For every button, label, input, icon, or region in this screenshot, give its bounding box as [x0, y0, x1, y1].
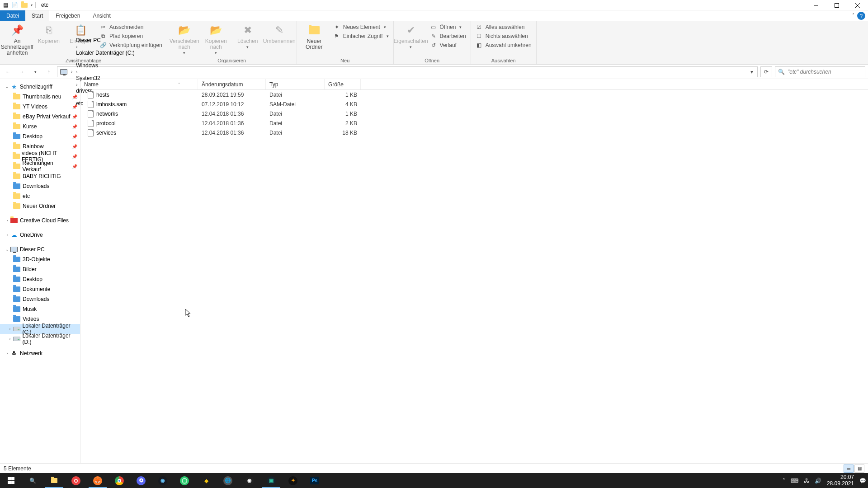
breadcrumb-segment[interactable]: Lokaler Datenträger (C:) [74, 50, 136, 56]
obs-taskbar[interactable]: ◉ [239, 473, 260, 488]
refresh-button[interactable]: ⟳ [760, 66, 772, 77]
history-button[interactable]: ↺Verlauf [429, 41, 467, 49]
back-button[interactable]: ← [3, 66, 14, 77]
file-row[interactable]: networks12.04.2018 01:36Datei1 KB [80, 109, 868, 118]
select-all-button[interactable]: ☑Alles auswählen [475, 23, 533, 31]
address-bar[interactable]: › Dieser PC›Lokaler Datenträger (C:)›Win… [57, 66, 758, 77]
sidebar-item[interactable]: 3D-Objekte [0, 254, 80, 264]
edit-button[interactable]: ✎Bearbeiten [429, 32, 467, 40]
collapse-ribbon-icon[interactable]: ˄ [852, 13, 854, 18]
breadcrumb-segment[interactable]: Windows [74, 62, 136, 69]
column-header-type[interactable]: Typ [266, 79, 325, 89]
pin-quick-access-button[interactable]: 📌 An Schnellzugriff anheften [4, 23, 31, 56]
easy-access-button[interactable]: ⚑Einfacher Zugriff▾ [332, 32, 390, 40]
tray-keyboard-icon[interactable]: ⌨ [791, 478, 798, 484]
recent-locations-button[interactable]: ▾ [30, 66, 41, 77]
open-button[interactable]: ▭Öffnen▾ [429, 23, 467, 31]
sidebar-item[interactable]: Bilder [0, 264, 80, 274]
streamlabs-taskbar[interactable]: ▣ [260, 473, 282, 488]
large-icons-view-button[interactable]: ▦ [854, 465, 864, 473]
chevron-right-icon[interactable]: › [74, 57, 79, 62]
new-item-button[interactable]: ✦Neues Element▾ [332, 23, 390, 31]
sidebar-item[interactable]: Desktop📌 [0, 131, 80, 141]
sidebar-item[interactable]: Dokumente [0, 284, 80, 294]
delete-button[interactable]: ✖Löschen [234, 23, 261, 50]
expand-icon[interactable]: ⌄ [5, 84, 10, 89]
expand-icon[interactable]: › [5, 218, 10, 223]
expand-icon[interactable]: › [7, 327, 13, 331]
davinci-taskbar[interactable]: ✦ [282, 473, 304, 488]
expand-icon[interactable]: › [5, 233, 10, 237]
file-rows[interactable]: hosts28.09.2021 19:59Datei1 KBlmhosts.sa… [80, 90, 868, 463]
sidebar-item[interactable]: Musik [0, 304, 80, 314]
file-row[interactable]: lmhosts.sam07.12.2019 10:12SAM-Datei4 KB [80, 99, 868, 109]
tab-file[interactable]: Datei [0, 10, 25, 21]
nav-sidebar[interactable]: ⌄ ★ Schnellzugriff Thumbnails neu📌YT Vid… [0, 79, 80, 463]
sidebar-item[interactable]: Downloads [0, 294, 80, 304]
search-input[interactable] [788, 69, 862, 75]
breadcrumb-segment[interactable]: Dieser PC [74, 37, 136, 43]
details-view-button[interactable]: ☰ [844, 465, 854, 473]
opera-taskbar[interactable]: O [65, 473, 87, 488]
breadcrumb-segment[interactable]: System32 [74, 75, 136, 81]
photoshop-taskbar[interactable]: Ps [304, 473, 326, 488]
sidebar-item[interactable]: Kurse📌 [0, 122, 80, 131]
start-button[interactable] [0, 473, 22, 488]
breadcrumb-segment[interactable]: etc [74, 100, 136, 107]
column-header-size[interactable]: Größe [325, 79, 361, 89]
chevron-right-icon[interactable]: › [74, 44, 79, 49]
forward-button[interactable]: → [16, 66, 27, 77]
expand-icon[interactable]: › [5, 351, 10, 356]
app-green-taskbar[interactable]: ◯ [174, 473, 195, 488]
sidebar-item[interactable]: Thumbnails neu📌 [0, 92, 80, 102]
tray-notifications-icon[interactable]: 💬 [859, 478, 866, 484]
sidebar-item[interactable]: eBay Privat Verkauf📌 [0, 112, 80, 122]
sidebar-network[interactable]: › 🖧 Netzwerk [0, 348, 80, 358]
app-yellow-taskbar[interactable]: ◆ [195, 473, 217, 488]
file-row[interactable]: hosts28.09.2021 19:59Datei1 KB [80, 90, 868, 99]
sidebar-item[interactable]: Rechnungen Verkauf📌 [0, 161, 80, 171]
folder-qat-icon[interactable] [21, 1, 28, 9]
sidebar-item[interactable]: Neuer Ordner [0, 201, 80, 211]
move-to-button[interactable]: 📂Verschieben nach [171, 23, 198, 56]
tab-start[interactable]: Start [25, 10, 49, 21]
sidebar-item[interactable]: ›Lokaler Datenträger (D:) [0, 334, 80, 344]
app-globe-taskbar[interactable]: 🌐 [217, 473, 239, 488]
search-box[interactable]: 🔍 [775, 66, 865, 77]
sidebar-quick-access[interactable]: ⌄ ★ Schnellzugriff [0, 82, 80, 92]
properties-qat-icon[interactable]: 📄 [11, 1, 18, 9]
sidebar-item[interactable]: YT Videos📌 [0, 102, 80, 112]
close-button[interactable] [847, 0, 868, 10]
qat-dropdown-icon[interactable]: ▾ [31, 3, 33, 7]
tab-share[interactable]: Freigeben [49, 10, 86, 21]
discord-taskbar[interactable]: ✪ [130, 473, 152, 488]
address-root-icon[interactable] [58, 67, 69, 77]
new-folder-button[interactable]: Neuer Ordner [301, 23, 328, 50]
file-explorer-taskbar[interactable] [43, 473, 65, 488]
up-button[interactable]: ↑ [43, 66, 54, 77]
file-row[interactable]: protocol12.04.2018 01:36Datei2 KB [80, 118, 868, 128]
chevron-right-icon[interactable]: › [69, 69, 74, 74]
sidebar-creative-cloud[interactable]: › Creative Cloud Files [0, 216, 80, 225]
system-menu-icon[interactable]: ▤ [2, 1, 9, 9]
chevron-right-icon[interactable]: › [74, 70, 79, 75]
copy-button[interactable]: ⎘ Kopieren [35, 23, 62, 44]
copy-to-button[interactable]: 📂Kopieren nach [203, 23, 230, 56]
search-taskbar-button[interactable]: 🔍 [22, 473, 43, 488]
rename-button[interactable]: ✎Umbenennen [266, 23, 293, 44]
select-none-button[interactable]: ☐Nichts auswählen [475, 32, 533, 40]
expand-icon[interactable]: ⌄ [5, 247, 10, 252]
steam-taskbar[interactable]: ◉ [152, 473, 174, 488]
sidebar-onedrive[interactable]: › ☁ OneDrive [0, 230, 80, 240]
expand-icon[interactable]: › [7, 337, 13, 341]
tray-clock[interactable]: 20:07 28.09.2021 [827, 474, 854, 486]
sidebar-this-pc[interactable]: ⌄ Dieser PC [0, 244, 80, 254]
minimize-button[interactable] [806, 0, 826, 10]
cut-button[interactable]: ✂Ausschneiden [99, 23, 163, 31]
firefox-taskbar[interactable]: 🦊 [87, 473, 108, 488]
help-icon[interactable]: ? [857, 12, 865, 20]
chrome-taskbar[interactable] [108, 473, 130, 488]
sidebar-item[interactable]: etc [0, 191, 80, 201]
file-row[interactable]: services12.04.2018 01:36Datei18 KB [80, 128, 868, 137]
properties-button[interactable]: ✔Eigenschaften [397, 23, 425, 50]
